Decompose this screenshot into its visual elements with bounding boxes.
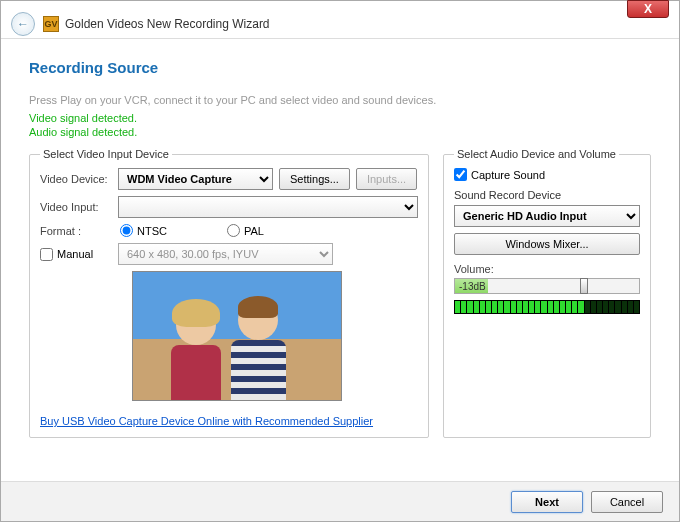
- video-signal-status: Video signal detected.: [29, 112, 651, 124]
- ntsc-radio[interactable]: NTSC: [120, 224, 167, 237]
- video-device-select[interactable]: WDM Video Capture: [118, 168, 273, 190]
- video-group-legend: Select Video Input Device: [40, 148, 172, 160]
- footer: Next Cancel: [1, 481, 679, 521]
- volume-handle[interactable]: [580, 278, 588, 294]
- capture-sound-input[interactable]: [454, 168, 467, 181]
- page-heading: Recording Source: [29, 59, 651, 76]
- video-input-label: Video Input:: [40, 201, 112, 213]
- video-device-label: Video Device:: [40, 173, 112, 185]
- video-preview: [132, 271, 342, 401]
- video-input-select[interactable]: [118, 196, 418, 218]
- video-input-group: Select Video Input Device Video Device: …: [29, 148, 429, 438]
- capture-sound-checkbox[interactable]: Capture Sound: [454, 168, 640, 181]
- volume-label: Volume:: [454, 263, 640, 275]
- content-area: Recording Source Press Play on your VCR,…: [1, 39, 679, 448]
- volume-value: -13dB: [459, 281, 486, 292]
- format-select[interactable]: 640 x 480, 30.00 fps, IYUV: [118, 243, 333, 265]
- windows-mixer-button[interactable]: Windows Mixer...: [454, 233, 640, 255]
- manual-checkbox-input[interactable]: [40, 248, 53, 261]
- ntsc-radio-input[interactable]: [120, 224, 133, 237]
- buy-device-link[interactable]: Buy USB Video Capture Device Online with…: [40, 415, 373, 427]
- back-arrow-icon: ←: [17, 17, 29, 31]
- pal-radio[interactable]: PAL: [227, 224, 264, 237]
- title-bar: ← GV Golden Videos New Recording Wizard: [1, 1, 679, 39]
- audio-group: Select Audio Device and Volume Capture S…: [443, 148, 651, 438]
- audio-signal-status: Audio signal detected.: [29, 126, 651, 138]
- instruction-text: Press Play on your VCR, connect it to yo…: [29, 94, 651, 106]
- format-label: Format :: [40, 225, 112, 237]
- next-button[interactable]: Next: [511, 491, 583, 513]
- volume-slider[interactable]: -13dB: [454, 278, 640, 294]
- level-meter: [454, 300, 640, 314]
- audio-group-legend: Select Audio Device and Volume: [454, 148, 619, 160]
- close-icon: X: [644, 2, 652, 16]
- record-device-select[interactable]: Generic HD Audio Input: [454, 205, 640, 227]
- pal-radio-input[interactable]: [227, 224, 240, 237]
- cancel-button[interactable]: Cancel: [591, 491, 663, 513]
- inputs-button[interactable]: Inputs...: [356, 168, 417, 190]
- back-button[interactable]: ←: [11, 12, 35, 36]
- manual-checkbox[interactable]: Manual: [40, 248, 112, 261]
- close-button[interactable]: X: [627, 0, 669, 18]
- app-icon: GV: [43, 16, 59, 32]
- window-title: Golden Videos New Recording Wizard: [65, 17, 270, 31]
- record-device-legend: Sound Record Device: [454, 189, 640, 201]
- settings-button[interactable]: Settings...: [279, 168, 350, 190]
- wizard-window: X ← GV Golden Videos New Recording Wizar…: [0, 0, 680, 522]
